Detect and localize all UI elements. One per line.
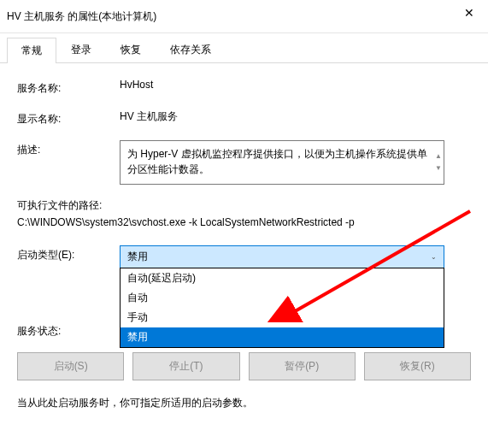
- service-name-value: HvHost: [120, 79, 471, 91]
- service-status-label: 服务状态:: [17, 321, 120, 339]
- tab-logon[interactable]: 登录: [56, 37, 106, 62]
- service-buttons: 启动(S) 停止(T) 暂停(P) 恢复(R): [17, 352, 471, 380]
- tab-recovery[interactable]: 恢复: [106, 37, 156, 62]
- display-name-value: HV 主机服务: [120, 109, 471, 124]
- startup-type-label: 启动类型(E):: [17, 245, 120, 262]
- description-row: 描述: 为 Hyper-V 虚拟机监控程序提供接口，以便为主机操作系统提供单分区…: [17, 140, 471, 185]
- display-name-label: 显示名称:: [17, 109, 120, 127]
- startup-type-selected: 禁用: [127, 250, 148, 264]
- exec-path-label: 可执行文件的路径:: [17, 198, 471, 213]
- pause-button[interactable]: 暂停(P): [249, 352, 356, 380]
- stop-button[interactable]: 停止(T): [132, 352, 239, 380]
- startup-type-select[interactable]: 禁用 ⌄: [120, 245, 444, 268]
- dropdown-option-manual[interactable]: 手动: [121, 308, 444, 327]
- tab-general[interactable]: 常规: [7, 38, 56, 63]
- close-button[interactable]: ✕: [450, 0, 488, 26]
- description-scroll: ▲ ▼: [435, 151, 442, 174]
- exec-path-value: C:\WINDOWS\system32\svchost.exe -k Local…: [17, 216, 471, 228]
- titlebar: HV 主机服务 的属性(本地计算机) ✕: [0, 0, 488, 33]
- service-name-row: 服务名称: HvHost: [17, 79, 471, 96]
- startup-type-row: 启动类型(E): 禁用 ⌄ 自动(延迟启动) 自动 手动 禁用: [17, 245, 471, 268]
- close-icon: ✕: [464, 6, 474, 20]
- start-button[interactable]: 启动(S): [17, 352, 124, 380]
- display-name-row: 显示名称: HV 主机服务: [17, 109, 471, 127]
- scroll-down-icon[interactable]: ▼: [435, 163, 442, 174]
- tab-content: 服务名称: HvHost 显示名称: HV 主机服务 描述: 为 Hyper-V…: [0, 63, 488, 426]
- footer-text: 当从此处启动服务时，你可指定所适用的启动参数。: [17, 396, 471, 410]
- dropdown-option-disabled[interactable]: 禁用: [121, 327, 444, 347]
- startup-type-dropdown: 自动(延迟启动) 自动 手动 禁用: [120, 268, 444, 348]
- service-name-label: 服务名称:: [17, 79, 120, 96]
- window-title: HV 主机服务 的属性(本地计算机): [7, 9, 156, 24]
- chevron-down-icon: ⌄: [431, 253, 437, 261]
- dropdown-option-auto-delayed[interactable]: 自动(延迟启动): [121, 268, 444, 288]
- description-label: 描述:: [17, 140, 120, 157]
- description-box: 为 Hyper-V 虚拟机监控程序提供接口，以便为主机操作系统提供单分区性能计数…: [120, 140, 444, 185]
- tab-bar: 常规 登录 恢复 依存关系: [0, 37, 488, 63]
- resume-button[interactable]: 恢复(R): [364, 352, 471, 380]
- dropdown-option-auto[interactable]: 自动: [121, 288, 444, 308]
- exec-path-section: 可执行文件的路径: C:\WINDOWS\system32\svchost.ex…: [17, 198, 471, 228]
- scroll-up-icon[interactable]: ▲: [435, 151, 442, 162]
- startup-type-select-wrapper: 禁用 ⌄ 自动(延迟启动) 自动 手动 禁用: [120, 245, 444, 268]
- tab-dependencies[interactable]: 依存关系: [156, 37, 226, 62]
- description-text: 为 Hyper-V 虚拟机监控程序提供接口，以便为主机操作系统提供单分区性能计数…: [127, 148, 427, 175]
